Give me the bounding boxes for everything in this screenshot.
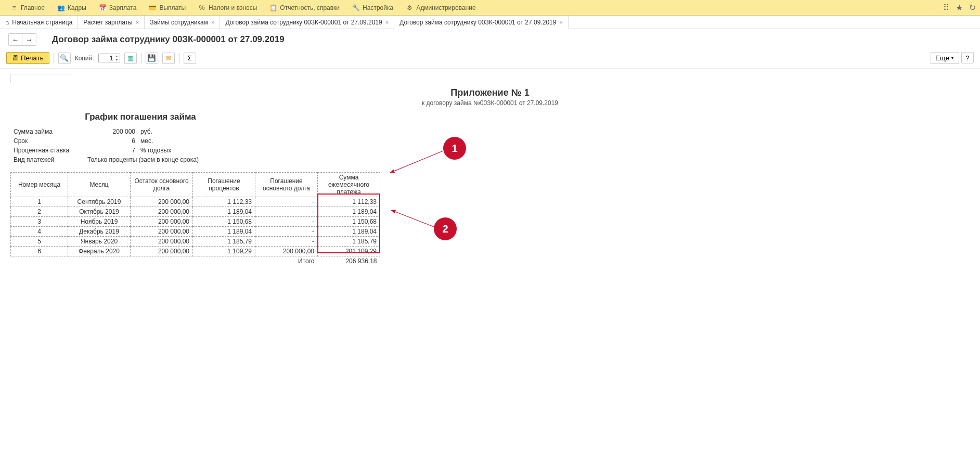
nav-forward-button[interactable]: →	[22, 34, 36, 45]
cell-sum-4: 1 185,79	[318, 237, 380, 247]
menu-item-0[interactable]: ≡Главное	[4, 0, 51, 15]
action-bar: 🖶 Печать 🔍 Копий: ▲ ▼ ▦ 💾 ✉ Σ Еще▼ ?	[0, 50, 980, 69]
nav-back-button[interactable]: ←	[9, 34, 22, 45]
table-row: 3 Ноябрь 2019 200 000,00 1 150,68 - 1 15…	[11, 217, 380, 227]
doc-appendix-sub: к договору займа №00ЗК-000001 от 27.09.2…	[10, 99, 970, 107]
page-title: Договор займа сотруднику 00ЗК-000001 от …	[52, 34, 285, 45]
tab-0[interactable]: ⌂Начальная страница	[0, 16, 78, 29]
total-label: Итого	[255, 256, 318, 266]
email-button[interactable]: ✉	[162, 53, 175, 64]
menu-icon-5: 📋	[269, 4, 277, 11]
cell-num-5: 6	[11, 247, 68, 256]
cell-perc-1: 1 189,04	[193, 207, 255, 217]
history-icon[interactable]: ↻	[969, 3, 976, 12]
help-icon: ?	[965, 54, 969, 62]
cell-rest-3: 200 000,00	[131, 227, 193, 237]
menu-label-1: Кадры	[68, 4, 86, 11]
menu-label-4: Налоги и взносы	[209, 4, 257, 11]
copies-input[interactable]	[99, 54, 114, 62]
more-button[interactable]: Еще▼	[931, 52, 959, 64]
menu-item-4[interactable]: %Налоги и взносы	[192, 0, 263, 15]
menu-item-1[interactable]: 👥Кадры	[51, 0, 93, 15]
tab-4[interactable]: Договор займа сотруднику 00ЗК-000001 от …	[394, 16, 569, 29]
tab-3[interactable]: Договор займа сотруднику 00ЗК-000001 от …	[220, 16, 394, 29]
menu-label-7: Администрирование	[416, 4, 475, 11]
menu-item-2[interactable]: 📅Зарплата	[93, 0, 143, 15]
tab-close-1[interactable]: ×	[136, 19, 139, 25]
cell-main-5: 200 000,00	[255, 247, 318, 256]
cell-rest-4: 200 000,00	[131, 237, 193, 247]
doc-appendix-title: Приложение № 1	[10, 87, 970, 98]
menu-item-7[interactable]: ⚙Администрирование	[399, 0, 482, 15]
table-row: 5 Январь 2020 200 000,00 1 185,79 - 1 18…	[11, 237, 380, 247]
tab-1[interactable]: Расчет зарплаты×	[78, 16, 145, 29]
menu-icon-3: 💳	[149, 4, 156, 11]
info-label-3: Вид платежей	[11, 156, 84, 164]
info-label-0: Сумма займа	[11, 127, 84, 136]
total-value: 206 936,18	[318, 256, 380, 266]
nav-history: ← →	[8, 33, 36, 46]
save-button[interactable]: 💾	[146, 53, 158, 64]
cell-main-4: -	[255, 237, 318, 247]
svg-line-0	[390, 151, 443, 173]
info-label-2: Процентная ставка	[11, 146, 84, 154]
cell-month-3: Декабрь 2019	[68, 227, 131, 237]
cell-month-5: Февраль 2020	[68, 247, 131, 256]
sum-button[interactable]: Σ	[184, 53, 196, 64]
info-value-3: Только проценты (заем в конце срока)	[85, 156, 201, 164]
info-label-1: Срок	[11, 137, 84, 145]
apps-icon[interactable]: ⠿	[943, 3, 949, 12]
cell-sum-5: 201 109,29	[318, 247, 380, 256]
menu-item-6[interactable]: 🔧Настройка	[346, 0, 399, 15]
help-button[interactable]: ?	[961, 52, 974, 63]
col-header-3: Погашение процентов	[193, 173, 255, 197]
menu-label-3: Выплаты	[159, 4, 186, 11]
menu-icon-2: 📅	[99, 4, 106, 11]
cell-perc-4: 1 185,79	[193, 237, 255, 247]
schedule-table: Номер месяцаМесяцОстаток основного долга…	[10, 172, 380, 266]
info-value-1: 6	[85, 137, 137, 145]
save-icon: 💾	[147, 54, 156, 62]
tab-label-4: Договор займа сотруднику 00ЗК-000001 от …	[399, 19, 556, 26]
print-icon: 🖶	[12, 54, 19, 62]
menu-item-3[interactable]: 💳Выплаты	[143, 0, 192, 15]
tab-close-4[interactable]: ×	[559, 19, 562, 25]
cell-perc-2: 1 150,68	[193, 217, 255, 227]
col-header-2: Остаток основного долга	[131, 173, 193, 197]
info-unit-1: мес.	[138, 137, 201, 145]
menu-icon-4: %	[198, 4, 205, 11]
tab-close-3[interactable]: ×	[385, 19, 389, 25]
print-button[interactable]: 🖶 Печать	[6, 52, 49, 64]
tab-label-1: Расчет зарплаты	[83, 19, 132, 26]
cell-sum-1: 1 189,04	[318, 207, 380, 217]
chevron-down-icon: ▼	[950, 56, 955, 60]
preview-button[interactable]: 🔍	[58, 53, 71, 64]
menu-item-5[interactable]: 📋Отчетность, справки	[263, 0, 346, 15]
menu-icon-1: 👥	[57, 4, 65, 11]
menu-label-5: Отчетность, справки	[280, 4, 340, 11]
cell-sum-3: 1 189,04	[318, 227, 380, 237]
cell-month-1: Октябрь 2019	[68, 207, 131, 217]
cell-main-1: -	[255, 207, 318, 217]
cell-rest-2: 200 000,00	[131, 217, 193, 227]
info-unit-0: руб.	[138, 127, 201, 136]
favorite-icon[interactable]: ★	[956, 3, 963, 12]
menu-label-6: Настройка	[363, 4, 393, 11]
cell-rest-0: 200 000,00	[131, 197, 193, 207]
copies-down[interactable]: ▼	[114, 58, 120, 62]
edit-icon: ▦	[127, 54, 134, 62]
col-header-0: Номер месяца	[11, 173, 68, 197]
document-area: Приложение № 1 к договору займа №00ЗК-00…	[0, 69, 980, 273]
cell-num-2: 3	[11, 217, 68, 227]
tab-close-2[interactable]: ×	[211, 19, 214, 25]
cell-main-0: -	[255, 197, 318, 207]
col-header-1: Месяц	[68, 173, 131, 197]
menu-label-0: Главное	[21, 4, 45, 11]
tab-2[interactable]: Займы сотрудникам×	[145, 16, 220, 29]
edit-button[interactable]: ▦	[124, 53, 137, 64]
cell-num-3: 4	[11, 227, 68, 237]
callout-1: 1	[443, 137, 466, 160]
copies-up[interactable]: ▲	[114, 55, 120, 58]
info-value-2: 7	[85, 146, 137, 154]
info-value-0: 200 000	[85, 127, 137, 136]
